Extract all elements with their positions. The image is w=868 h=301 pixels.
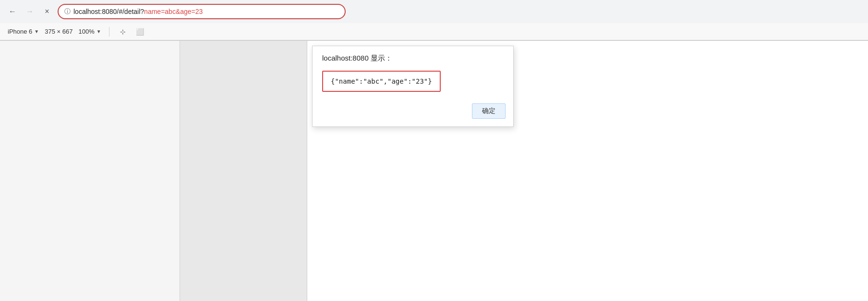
alert-content: {"name":"abc","age":"23"} bbox=[322, 71, 441, 92]
zoom-selector[interactable]: 100% ▼ bbox=[78, 28, 101, 35]
main-area: localhost:8080 显示： {"name":"abc","age":"… bbox=[0, 41, 868, 301]
dimension-text: 375 × 667 bbox=[45, 28, 72, 35]
device-chevron-icon: ▼ bbox=[34, 29, 39, 34]
address-bar[interactable]: ⓘ localhost:8080/#/detail?name=abc&age=2… bbox=[58, 4, 346, 19]
zoom-chevron-icon: ▼ bbox=[96, 29, 101, 34]
back-button[interactable]: ← bbox=[6, 5, 19, 18]
url-highlight: name=abc&age=23 bbox=[144, 8, 203, 15]
alert-overlay: localhost:8080 显示： {"name":"abc","age":"… bbox=[307, 41, 868, 301]
browser-chrome: ← → × ⓘ localhost:8080/#/detail?name=abc… bbox=[0, 0, 868, 41]
url-normal: localhost:8080/#/detail? bbox=[73, 8, 144, 15]
alert-title: localhost:8080 显示： bbox=[322, 54, 392, 62]
close-button[interactable]: × bbox=[40, 5, 54, 18]
cursor-tool-button[interactable]: ⊹ bbox=[117, 26, 129, 38]
device-label: iPhone 6 bbox=[8, 28, 32, 35]
alert-footer: 确定 bbox=[313, 100, 513, 126]
right-area: localhost:8080 显示： {"name":"abc","age":"… bbox=[307, 41, 868, 301]
devtools-bar: iPhone 6 ▼ 375 × 667 100% ▼ ⊹ ⬜ bbox=[0, 23, 868, 40]
confirm-button[interactable]: 确定 bbox=[472, 103, 506, 119]
mobile-viewport bbox=[0, 41, 307, 301]
device-tool-button[interactable]: ⬜ bbox=[134, 26, 146, 38]
forward-button[interactable]: → bbox=[23, 5, 36, 18]
nav-bar: ← → × ⓘ localhost:8080/#/detail?name=abc… bbox=[0, 0, 868, 23]
alert-dialog: localhost:8080 显示： {"name":"abc","age":"… bbox=[312, 46, 514, 127]
url-text: localhost:8080/#/detail?name=abc&age=23 bbox=[73, 8, 203, 15]
device-selector[interactable]: iPhone 6 ▼ bbox=[8, 28, 39, 35]
mobile-inner bbox=[0, 41, 180, 301]
alert-body: {"name":"abc","age":"23"} bbox=[313, 67, 513, 100]
toolbar-separator bbox=[109, 27, 109, 37]
zoom-label: 100% bbox=[78, 28, 94, 35]
alert-header: localhost:8080 显示： bbox=[313, 46, 513, 67]
info-icon: ⓘ bbox=[64, 7, 71, 16]
